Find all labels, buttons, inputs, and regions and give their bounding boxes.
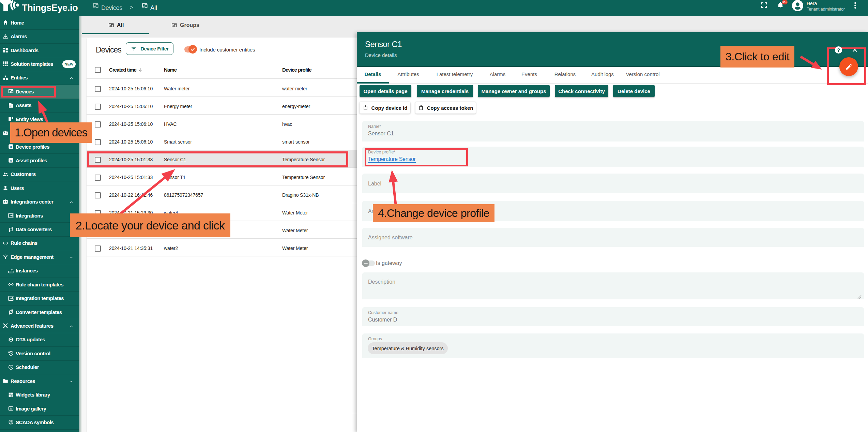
svg-text:A: A [10, 159, 12, 162]
svg-text:D: D [10, 146, 12, 149]
